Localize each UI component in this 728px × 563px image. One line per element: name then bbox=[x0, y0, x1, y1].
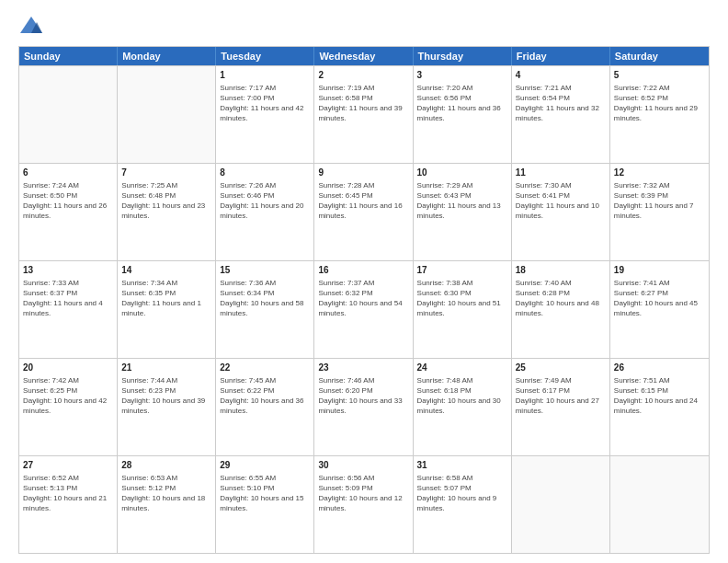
cal-cell-3-1: 21Sunrise: 7:44 AM Sunset: 6:23 PM Dayli… bbox=[118, 359, 216, 455]
day-number: 3 bbox=[417, 69, 507, 82]
day-number: 6 bbox=[23, 167, 113, 179]
cell-content: Sunrise: 7:49 AM Sunset: 6:17 PM Dayligh… bbox=[516, 375, 606, 417]
day-number: 31 bbox=[417, 459, 507, 472]
cal-cell-2-2: 15Sunrise: 7:36 AM Sunset: 6:34 PM Dayli… bbox=[216, 261, 314, 358]
day-number: 1 bbox=[220, 69, 310, 82]
cal-cell-2-0: 13Sunrise: 7:33 AM Sunset: 6:37 PM Dayli… bbox=[19, 261, 118, 358]
cell-content: Sunrise: 7:37 AM Sunset: 6:32 PM Dayligh… bbox=[318, 278, 408, 319]
day-number: 11 bbox=[516, 167, 606, 179]
logo bbox=[18, 15, 48, 40]
day-number: 29 bbox=[220, 459, 310, 472]
day-number: 14 bbox=[121, 264, 211, 277]
day-number: 24 bbox=[417, 362, 507, 374]
cell-content: Sunrise: 7:21 AM Sunset: 6:54 PM Dayligh… bbox=[516, 83, 606, 124]
day-number: 9 bbox=[318, 167, 408, 179]
day-number: 28 bbox=[121, 459, 211, 472]
day-number: 10 bbox=[417, 167, 507, 179]
cal-cell-3-5: 25Sunrise: 7:49 AM Sunset: 6:17 PM Dayli… bbox=[512, 359, 610, 455]
cal-cell-1-3: 9Sunrise: 7:28 AM Sunset: 6:45 PM Daylig… bbox=[314, 164, 413, 260]
cal-cell-2-6: 19Sunrise: 7:41 AM Sunset: 6:27 PM Dayli… bbox=[610, 261, 709, 358]
day-number: 21 bbox=[121, 362, 211, 374]
day-number: 15 bbox=[220, 264, 310, 277]
cell-content: Sunrise: 6:56 AM Sunset: 5:09 PM Dayligh… bbox=[318, 473, 408, 514]
day-number: 2 bbox=[318, 69, 408, 82]
day-number: 22 bbox=[220, 362, 310, 374]
cal-cell-3-4: 24Sunrise: 7:48 AM Sunset: 6:18 PM Dayli… bbox=[414, 359, 512, 455]
cell-content: Sunrise: 7:42 AM Sunset: 6:25 PM Dayligh… bbox=[23, 375, 113, 417]
day-number: 30 bbox=[318, 459, 408, 472]
header-tuesday: Tuesday bbox=[216, 47, 314, 65]
header-sunday: Sunday bbox=[19, 47, 118, 65]
cal-cell-0-0 bbox=[19, 66, 118, 163]
cell-content: Sunrise: 7:46 AM Sunset: 6:20 PM Dayligh… bbox=[318, 375, 408, 417]
week-row-4: 27Sunrise: 6:52 AM Sunset: 5:13 PM Dayli… bbox=[19, 455, 709, 553]
cal-cell-0-5: 4Sunrise: 7:21 AM Sunset: 6:54 PM Daylig… bbox=[512, 66, 610, 163]
cell-content: Sunrise: 7:40 AM Sunset: 6:28 PM Dayligh… bbox=[516, 278, 606, 319]
day-number: 8 bbox=[220, 167, 310, 179]
cal-cell-3-0: 20Sunrise: 7:42 AM Sunset: 6:25 PM Dayli… bbox=[19, 359, 118, 455]
cell-content: Sunrise: 6:55 AM Sunset: 5:10 PM Dayligh… bbox=[220, 473, 310, 514]
cell-content: Sunrise: 7:29 AM Sunset: 6:43 PM Dayligh… bbox=[417, 180, 507, 222]
cal-cell-2-5: 18Sunrise: 7:40 AM Sunset: 6:28 PM Dayli… bbox=[512, 261, 610, 358]
cal-cell-2-1: 14Sunrise: 7:34 AM Sunset: 6:35 PM Dayli… bbox=[118, 261, 216, 358]
cell-content: Sunrise: 7:34 AM Sunset: 6:35 PM Dayligh… bbox=[121, 278, 211, 319]
cal-cell-1-6: 12Sunrise: 7:32 AM Sunset: 6:39 PM Dayli… bbox=[610, 164, 709, 260]
cell-content: Sunrise: 6:53 AM Sunset: 5:12 PM Dayligh… bbox=[121, 473, 211, 514]
cell-content: Sunrise: 7:19 AM Sunset: 6:58 PM Dayligh… bbox=[318, 83, 408, 124]
cell-content: Sunrise: 7:33 AM Sunset: 6:37 PM Dayligh… bbox=[23, 278, 113, 319]
calendar-body: 1Sunrise: 7:17 AM Sunset: 7:00 PM Daylig… bbox=[19, 65, 709, 553]
cal-cell-3-3: 23Sunrise: 7:46 AM Sunset: 6:20 PM Dayli… bbox=[314, 359, 413, 455]
cell-content: Sunrise: 7:48 AM Sunset: 6:18 PM Dayligh… bbox=[417, 375, 507, 417]
page-header bbox=[18, 15, 710, 40]
cal-cell-4-3: 30Sunrise: 6:56 AM Sunset: 5:09 PM Dayli… bbox=[314, 456, 413, 553]
day-number: 23 bbox=[318, 362, 408, 374]
calendar-header-row: SundayMondayTuesdayWednesdayThursdayFrid… bbox=[19, 47, 709, 65]
cell-content: Sunrise: 7:30 AM Sunset: 6:41 PM Dayligh… bbox=[516, 180, 606, 222]
day-number: 7 bbox=[121, 167, 211, 179]
header-wednesday: Wednesday bbox=[314, 47, 413, 65]
cal-cell-3-2: 22Sunrise: 7:45 AM Sunset: 6:22 PM Dayli… bbox=[216, 359, 314, 455]
week-row-1: 6Sunrise: 7:24 AM Sunset: 6:50 PM Daylig… bbox=[19, 163, 709, 260]
cell-content: Sunrise: 6:52 AM Sunset: 5:13 PM Dayligh… bbox=[23, 473, 113, 514]
cal-cell-0-6: 5Sunrise: 7:22 AM Sunset: 6:52 PM Daylig… bbox=[610, 66, 709, 163]
cal-cell-3-6: 26Sunrise: 7:51 AM Sunset: 6:15 PM Dayli… bbox=[610, 359, 709, 455]
day-number: 26 bbox=[614, 362, 705, 374]
cal-cell-1-5: 11Sunrise: 7:30 AM Sunset: 6:41 PM Dayli… bbox=[512, 164, 610, 260]
day-number: 20 bbox=[23, 362, 113, 374]
day-number: 25 bbox=[516, 362, 606, 374]
week-row-2: 13Sunrise: 7:33 AM Sunset: 6:37 PM Dayli… bbox=[19, 260, 709, 358]
day-number: 13 bbox=[23, 264, 113, 277]
cell-content: Sunrise: 7:25 AM Sunset: 6:48 PM Dayligh… bbox=[121, 180, 211, 222]
cell-content: Sunrise: 7:22 AM Sunset: 6:52 PM Dayligh… bbox=[614, 83, 705, 124]
logo-icon bbox=[18, 15, 44, 40]
cal-cell-1-4: 10Sunrise: 7:29 AM Sunset: 6:43 PM Dayli… bbox=[414, 164, 512, 260]
day-number: 17 bbox=[417, 264, 507, 277]
week-row-0: 1Sunrise: 7:17 AM Sunset: 7:00 PM Daylig… bbox=[19, 65, 709, 163]
day-number: 27 bbox=[23, 459, 113, 472]
cal-cell-4-2: 29Sunrise: 6:55 AM Sunset: 5:10 PM Dayli… bbox=[216, 456, 314, 553]
day-number: 4 bbox=[516, 69, 606, 82]
cell-content: Sunrise: 7:41 AM Sunset: 6:27 PM Dayligh… bbox=[614, 278, 705, 319]
cell-content: Sunrise: 7:32 AM Sunset: 6:39 PM Dayligh… bbox=[614, 180, 705, 222]
cell-content: Sunrise: 7:36 AM Sunset: 6:34 PM Dayligh… bbox=[220, 278, 310, 319]
cal-cell-4-0: 27Sunrise: 6:52 AM Sunset: 5:13 PM Dayli… bbox=[19, 456, 118, 553]
cal-cell-0-1 bbox=[118, 66, 216, 163]
header-monday: Monday bbox=[118, 47, 216, 65]
header-thursday: Thursday bbox=[414, 47, 512, 65]
cal-cell-4-5 bbox=[512, 456, 610, 553]
cal-cell-1-0: 6Sunrise: 7:24 AM Sunset: 6:50 PM Daylig… bbox=[19, 164, 118, 260]
cell-content: Sunrise: 7:17 AM Sunset: 7:00 PM Dayligh… bbox=[220, 83, 310, 124]
cal-cell-0-2: 1Sunrise: 7:17 AM Sunset: 7:00 PM Daylig… bbox=[216, 66, 314, 163]
calendar: SundayMondayTuesdayWednesdayThursdayFrid… bbox=[18, 46, 710, 554]
header-friday: Friday bbox=[512, 47, 610, 65]
day-number: 12 bbox=[614, 167, 705, 179]
cal-cell-4-4: 31Sunrise: 6:58 AM Sunset: 5:07 PM Dayli… bbox=[414, 456, 512, 553]
cal-cell-4-6 bbox=[610, 456, 709, 553]
cell-content: Sunrise: 6:58 AM Sunset: 5:07 PM Dayligh… bbox=[417, 473, 507, 514]
cal-cell-0-3: 2Sunrise: 7:19 AM Sunset: 6:58 PM Daylig… bbox=[314, 66, 413, 163]
cell-content: Sunrise: 7:38 AM Sunset: 6:30 PM Dayligh… bbox=[417, 278, 507, 319]
day-number: 18 bbox=[516, 264, 606, 277]
cell-content: Sunrise: 7:20 AM Sunset: 6:56 PM Dayligh… bbox=[417, 83, 507, 124]
cal-cell-2-4: 17Sunrise: 7:38 AM Sunset: 6:30 PM Dayli… bbox=[414, 261, 512, 358]
cell-content: Sunrise: 7:51 AM Sunset: 6:15 PM Dayligh… bbox=[614, 375, 705, 417]
